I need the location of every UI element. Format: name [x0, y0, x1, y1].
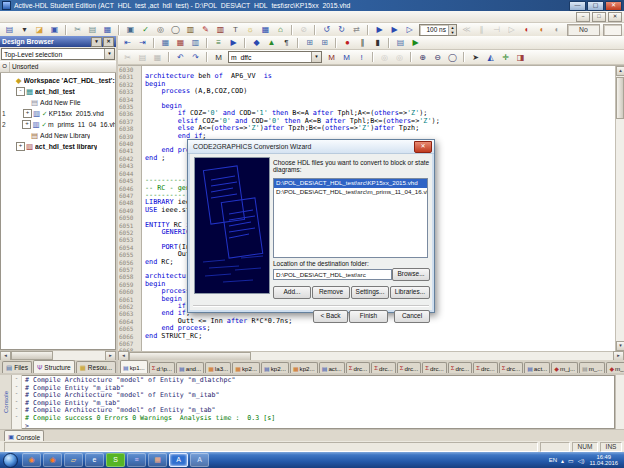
tree-expander-icon[interactable]: + — [16, 142, 25, 151]
code-line[interactable] — [145, 340, 615, 347]
tree-item[interactable]: 2+▥✓m_prims_11_04_16.vhd — [1, 119, 115, 130]
winrar-icon[interactable]: ≡ — [127, 453, 146, 467]
tree-item-label[interactable]: act_hdl_test — [35, 88, 75, 95]
trace-back-icon[interactable]: ≪ — [460, 23, 474, 36]
document-tab[interactable]: ▤kp2... — [261, 362, 289, 373]
panel-pin-button[interactable]: ▾ — [91, 37, 102, 47]
code-line[interactable]: end process; — [145, 325, 615, 332]
tree-item[interactable]: ▤Add New Library — [1, 130, 115, 141]
trace-out-icon[interactable]: ◖ — [550, 23, 564, 36]
maximize-button[interactable]: ▢ — [587, 1, 604, 11]
taskbar-clock[interactable]: 16:49 11.04.2016 — [589, 454, 618, 467]
refresh-icon[interactable]: ⇄ — [350, 23, 364, 36]
hdl-file-item[interactable]: D:\POL_DES\ACT_HDL_test\src\m_prims_11_0… — [274, 188, 427, 197]
next-bookmark-icon[interactable]: ◎ — [393, 51, 407, 64]
scroll-up-icon[interactable]: ▲ — [616, 66, 624, 76]
hdl-file-list[interactable]: D:\POL_DES\ACT_HDL_test\src\KP15xx_2015.… — [273, 178, 428, 258]
firefox-icon[interactable]: ◉ — [43, 453, 62, 467]
compare-files-icon[interactable]: ▥ — [184, 23, 198, 36]
show-hidden-icons[interactable]: ▴ — [561, 457, 564, 464]
undo-icon[interactable]: ↶ — [174, 51, 188, 64]
redo-icon[interactable]: ↷ — [189, 51, 203, 64]
dialog-title-bar[interactable]: CODE2GRAPHICS Conversion Wizard ✕ — [188, 140, 434, 154]
document-tab[interactable]: Σdrc... — [371, 362, 395, 373]
tree-hscrollbar[interactable]: ◄ ► — [0, 350, 116, 360]
find-icon[interactable]: M — [212, 51, 226, 64]
tree-item-label[interactable]: Add New Library — [40, 132, 90, 139]
step-icon[interactable]: ▷ — [403, 23, 417, 36]
document-tab[interactable]: ▦la3... — [205, 362, 231, 373]
pilcrow-icon[interactable]: ¶ — [280, 36, 294, 49]
save-icon[interactable]: ▣ — [48, 23, 62, 36]
paste2-icon[interactable]: ▦ — [151, 51, 165, 64]
settings-button[interactable]: Settings... — [351, 286, 389, 299]
tree-item[interactable]: ▤Add New File — [1, 97, 115, 108]
document-tab[interactable]: ▦kp2... — [290, 362, 318, 373]
tab-resou[interactable]: ▦Resou... — [76, 361, 116, 373]
language-indicator[interactable]: EN — [549, 457, 557, 463]
mdi-close-button[interactable]: ✕ — [608, 12, 622, 22]
browse-button[interactable]: Browse... — [392, 268, 430, 281]
home-icon[interactable]: ⌂ — [274, 23, 288, 36]
editor-vscrollbar[interactable]: ▲ ▼ — [615, 66, 624, 351]
copy-icon[interactable]: ▤ — [86, 23, 100, 36]
code-line[interactable]: else A<=(others=>'Z')after Tpzh;B<=(othe… — [145, 125, 615, 132]
document-tab[interactable]: ◆m_... — [606, 362, 624, 373]
code-line[interactable]: process (A,B,COZ,COD) — [145, 88, 615, 95]
skype-icon[interactable]: S — [106, 453, 125, 467]
find-dropdown-icon[interactable]: ▼ — [311, 52, 321, 62]
scroll-down-icon[interactable]: ▼ — [616, 341, 624, 351]
library-manager-icon[interactable]: ▥ — [214, 23, 228, 36]
tree-expander-icon[interactable]: - — [16, 87, 25, 96]
run-icon[interactable]: ▶ — [373, 23, 387, 36]
editor-hscrollbar[interactable]: ◄ ► — [118, 351, 624, 360]
close-button[interactable]: ✕ — [605, 1, 622, 11]
text-tool-icon[interactable]: T — [229, 23, 243, 36]
code-line[interactable]: architecture beh of AP6_VV is — [145, 73, 615, 80]
network-icon[interactable]: ▭ — [568, 457, 574, 464]
tree-expander-icon[interactable]: + — [22, 120, 31, 129]
sim-time-field[interactable]: 100 ns ▲▼ — [419, 24, 457, 36]
dialog-close-button[interactable]: ✕ — [414, 141, 432, 153]
document-tab[interactable]: Σdrc... — [499, 362, 523, 373]
trace-into-icon[interactable]: ◖ — [520, 23, 534, 36]
media-player-icon[interactable]: ◉ — [22, 453, 41, 467]
cut2-icon[interactable]: ✂ — [121, 51, 135, 64]
paste-icon[interactable]: ▦ — [101, 23, 115, 36]
pause-macro-icon[interactable]: ∥ — [356, 36, 370, 49]
office-app-icon[interactable]: ▦ — [148, 453, 167, 467]
zoom-in-icon[interactable]: ⊕ — [416, 51, 430, 64]
console-vscrollbar[interactable] — [615, 375, 624, 429]
selector-dropdown-icon[interactable]: ▼ — [104, 49, 114, 59]
hdl-triangle-icon[interactable]: ▲ — [265, 36, 279, 49]
document-tab[interactable]: Σdrc... — [448, 362, 472, 373]
comment-lines-icon[interactable]: ≡ — [212, 36, 226, 49]
indent-decrease-icon[interactable]: ⇤ — [121, 36, 135, 49]
top-level-selector[interactable]: Top-Level selection ▼ — [1, 48, 115, 60]
find-combo[interactable]: ▼ — [228, 51, 322, 63]
run-selection-icon[interactable]: ▶ — [227, 36, 241, 49]
document-tab[interactable]: ◆m_j... — [551, 362, 578, 373]
document-tab[interactable]: Σdrc... — [346, 362, 370, 373]
cut-icon[interactable]: ✂ — [71, 23, 85, 36]
grid-small-icon[interactable]: ⊞ — [303, 36, 317, 49]
indent-increase-icon[interactable]: ⇥ — [136, 36, 150, 49]
end-sim-icon[interactable]: ⊣ — [490, 23, 504, 36]
destination-folder-field[interactable]: D:\POL_DES\ACT_HDL_test\src — [273, 269, 392, 280]
tree-item[interactable]: -▦act_hdl_test — [1, 86, 115, 97]
select-area-icon[interactable]: ◨ — [514, 51, 528, 64]
tree-item-label[interactable]: KP15xx_2015.vhd — [49, 110, 104, 117]
open-folder-icon[interactable]: ◪ — [33, 23, 47, 36]
document-tab[interactable]: ▤act... — [524, 362, 550, 373]
mdi-minimize-button[interactable]: − — [576, 12, 590, 22]
rerun-icon[interactable]: ↻ — [335, 23, 349, 36]
hdl-file-item[interactable]: D:\POL_DES\ACT_HDL_test\src\KP15xx_2015.… — [274, 179, 427, 188]
edit-pencil-icon[interactable]: ✎ — [199, 23, 213, 36]
tree-item-label[interactable]: act_hdl_test library — [35, 143, 97, 150]
remove-button[interactable]: Remove — [312, 286, 350, 299]
design-browser-icon[interactable]: ▣ — [124, 23, 138, 36]
libraries-button[interactable]: Libraries... — [390, 286, 430, 299]
compile-icon[interactable]: ✓ — [139, 23, 153, 36]
document-tab[interactable]: Σdrc... — [397, 362, 421, 373]
code-line[interactable]: end STRUCT_RC; — [145, 333, 615, 340]
